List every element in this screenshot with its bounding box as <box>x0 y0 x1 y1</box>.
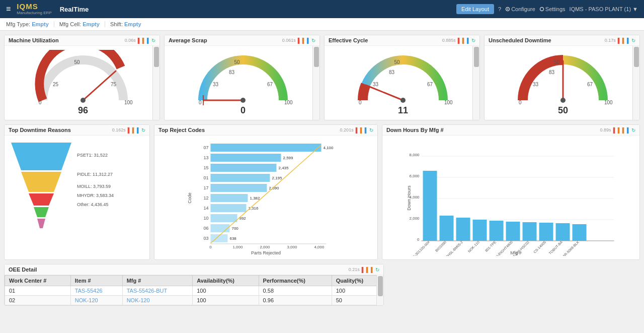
widget-unscheduled-downtime: Unscheduled Downtime 0.17s ▌ ▌ ▌ ↻ <box>484 35 640 120</box>
bar-icon-orange-cycle[interactable]: ▌ <box>462 38 466 43</box>
svg-rect-97 <box>555 223 570 241</box>
svg-text:0: 0 <box>519 100 522 105</box>
refresh-icon-oee[interactable]: ↻ <box>375 267 379 273</box>
widget-icons: ▌ ▌ ▌ ↻ <box>138 38 155 43</box>
widget-body-down-hours: Down Hours 0 2,000 4,000 6,000 8,000 <box>382 136 639 259</box>
refresh-icon[interactable]: ↻ <box>151 38 155 43</box>
bar-icon-orange-scrap[interactable]: ▌ <box>302 38 306 43</box>
user-menu[interactable]: IQMS - PASO PLANT (1) ▼ <box>570 6 638 12</box>
edit-layout-button[interactable]: Edit Layout <box>456 4 494 14</box>
svg-rect-49 <box>210 174 270 182</box>
bar-icon-red-td[interactable]: ▌ <box>128 127 131 133</box>
cell-work-center: 01 <box>5 286 71 296</box>
bar-icon-orange-reject[interactable]: ▌ <box>360 127 364 133</box>
scroll-scrap[interactable] <box>312 46 319 120</box>
widget-icons-top-downtime: ▌ ▌ ▌ ↻ <box>128 127 145 133</box>
help-link[interactable]: ? <box>498 6 501 12</box>
bar-icon-orange-dh[interactable]: ▌ <box>618 127 621 133</box>
svg-marker-36 <box>29 193 54 206</box>
svg-point-27 <box>560 98 566 103</box>
refresh-icon-cycle[interactable]: ↻ <box>471 38 475 43</box>
widget-down-hours: Down Hours By Mfg # 0.89s ▌ ▌ ▌ ▌ ↻ Down… <box>382 124 640 260</box>
svg-text:CS-14005: CS-14005 <box>533 240 546 254</box>
widget-icons-reject: ▌ ▌ ▌ ↻ <box>356 127 373 133</box>
svg-rect-61 <box>210 214 237 222</box>
svg-rect-40 <box>210 144 321 152</box>
bar-icon-red-scrap[interactable]: ▌ <box>298 38 301 43</box>
funnel-area: PSET1: 31,522 PIDLE: 11,312.27 MOILL: 3,… <box>9 138 145 248</box>
svg-text:83: 83 <box>389 70 395 75</box>
bar-icon-blue-reject[interactable]: ▌ <box>365 127 368 133</box>
cell-item[interactable]: NOK-120 <box>70 296 122 305</box>
bar-icon-blue-scrap[interactable]: ▌ <box>307 38 310 43</box>
widget-header-down-hours: Down Hours By Mfg # 0.89s ▌ ▌ ▌ ▌ ↻ <box>382 125 639 136</box>
settings-icon <box>539 7 544 12</box>
scroll-machine[interactable] <box>152 46 159 120</box>
oee-scrollbar[interactable] <box>376 275 383 305</box>
widget-oee-detail: OEE Detail 0.21s ▌ ▌ ▌ ↻ Work Center # I… <box>4 264 384 306</box>
cell-quality: 50 <box>332 296 383 305</box>
funnel-label-4: Other: 4,436.45 <box>77 202 114 207</box>
bar-icon-blue-td[interactable]: ▌ <box>137 127 140 133</box>
bar-icon-red-downtime[interactable]: ▌ <box>618 38 621 43</box>
svg-rect-89 <box>423 171 437 241</box>
cell-mfg[interactable]: NOK-120 <box>122 296 193 305</box>
svg-text:50: 50 <box>74 59 80 65</box>
oee-detail-header: OEE Detail 0.21s ▌ ▌ ▌ ↻ <box>5 264 383 275</box>
svg-text:4,000: 4,000 <box>409 195 420 199</box>
svg-rect-91 <box>456 218 470 241</box>
svg-line-18 <box>366 85 403 100</box>
widget-body-reject: Code 07 4,100 13 2,599 15 2,435 <box>154 136 377 259</box>
bar-icon-red[interactable]: ▌ <box>138 38 141 43</box>
bar-icon-orange-oee[interactable]: ▌ <box>366 267 370 273</box>
refresh-icon-downtime[interactable]: ↻ <box>631 38 635 43</box>
funnel-label-0: PSET1: 31,522 <box>77 153 114 158</box>
svg-text:67: 67 <box>587 82 593 87</box>
widget-body-machine-utilization: 0 50 100 25 75 96 <box>5 46 159 120</box>
svg-marker-35 <box>21 172 61 192</box>
bar-icon-orange-downtime[interactable]: ▌ <box>622 38 626 43</box>
bar-icon-red-dh[interactable]: ▌ <box>613 127 617 133</box>
configure-link[interactable]: Configure <box>505 6 535 12</box>
bar-icon-orange-td[interactable]: ▌ <box>132 127 136 133</box>
widget-icons-down-hours: ▌ ▌ ▌ ▌ ↻ <box>613 127 635 133</box>
scroll-cycle[interactable] <box>472 46 479 120</box>
svg-text:83: 83 <box>229 70 235 75</box>
bar-icon-orange[interactable]: ▌ <box>142 38 146 43</box>
settings-link[interactable]: Settings <box>539 6 566 12</box>
bar-icon-blue-dh[interactable]: ▌ <box>627 127 630 133</box>
table-row: 02 NOK-120 NOK-120 100 0.96 50 <box>5 296 383 305</box>
svg-rect-93 <box>489 221 503 241</box>
bar-icon-red-oee[interactable]: ▌ <box>362 267 365 273</box>
table-row: 01 TAS-55426 TAS-55426-BUT 100 0.58 100 <box>5 286 383 296</box>
col-performance: Performance(%) <box>259 276 332 286</box>
col-mfg: Mfg # <box>122 276 193 286</box>
bar-icon-red-reject[interactable]: ▌ <box>356 127 359 133</box>
funnel-label-3: MHYDR: 3,583.34 <box>77 193 114 198</box>
scroll-downtime[interactable] <box>632 46 639 120</box>
refresh-icon-scrap[interactable]: ↻ <box>311 38 315 43</box>
svg-point-4 <box>80 98 86 103</box>
cell-availability: 100 <box>193 286 259 296</box>
bar-icon-blue[interactable]: ▌ <box>147 38 150 43</box>
filter-mfg-type: Mfg Type: Empty <box>6 21 54 27</box>
bar-icon-red-cycle[interactable]: ▌ <box>458 38 461 43</box>
menu-icon[interactable]: ≡ <box>6 5 11 14</box>
header-title: RealTime <box>60 6 89 13</box>
refresh-icon-reject[interactable]: ↻ <box>369 127 373 133</box>
svg-text:8,000: 8,000 <box>409 153 420 157</box>
refresh-icon-td[interactable]: ↻ <box>141 127 145 133</box>
bar-icon-blue-cycle[interactable]: ▌ <box>467 38 470 43</box>
refresh-icon-dh[interactable]: ↻ <box>631 127 635 133</box>
cell-item[interactable]: TAS-55426 <box>70 286 122 296</box>
cell-mfg[interactable]: TAS-55426-BUT <box>122 286 193 296</box>
bar-icon-blue-downtime[interactable]: ▌ <box>627 38 630 43</box>
bar-icon-orange2-oee[interactable]: ▌ <box>371 267 374 273</box>
main-content: Machine Utilization 0.06s ▌ ▌ ▌ ↻ <box>0 31 644 310</box>
oee-table-header-row: Work Center # Item # Mfg # Availability(… <box>5 276 383 286</box>
widget-icons-downtime: ▌ ▌ ▌ ↻ <box>618 38 635 43</box>
svg-text:BIO1090: BIO1090 <box>435 240 447 253</box>
bar-icon-orange2-dh[interactable]: ▌ <box>622 127 626 133</box>
logo: IQMS Manufacturing ERP <box>17 3 51 15</box>
widget-icons-scrap: ▌ ▌ ▌ ↻ <box>298 38 315 43</box>
